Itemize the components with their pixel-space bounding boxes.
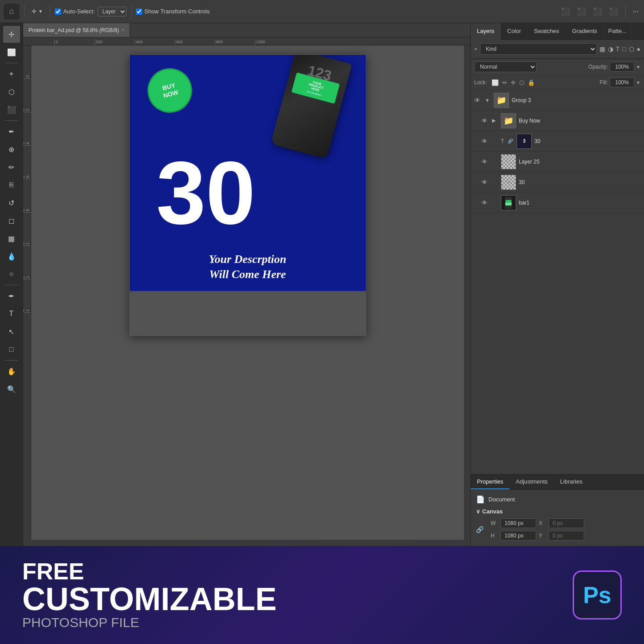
align-center-icon[interactable]: ⬛	[575, 5, 588, 17]
toolbar-icons-right: ⬛ ⬛ ⬛ ⬛ ···	[559, 5, 640, 18]
tab-libraries[interactable]: Libraries	[554, 475, 589, 489]
lock-artboard-icon[interactable]: ⬡	[519, 79, 524, 86]
canvas-scroll-area[interactable]: BUYNOW 123 YOURPRODUCTHERE AG Templates	[31, 45, 464, 540]
eraser-tool[interactable]: ◻	[3, 212, 20, 229]
more-options-icon[interactable]: ···	[631, 6, 640, 17]
dodge-tool[interactable]: ○	[3, 266, 20, 283]
tab-swatches[interactable]: Swatches	[528, 23, 566, 39]
fill-chevron[interactable]: ▼	[636, 80, 640, 85]
tool-separator-2	[5, 120, 18, 121]
x-row: X	[539, 518, 584, 528]
show-transform-checkbox[interactable]	[136, 8, 142, 15]
pen-tool[interactable]: ✒	[3, 287, 20, 304]
kind-dropdown[interactable]: Kind	[480, 43, 597, 55]
move-tool[interactable]: ✛	[3, 26, 20, 43]
home-button[interactable]: ⌂	[4, 4, 20, 20]
height-input[interactable]	[500, 531, 536, 541]
fill-input[interactable]	[610, 78, 634, 87]
shape-filter-icon[interactable]: □	[622, 45, 626, 53]
hand-tool[interactable]: ✋	[3, 363, 20, 380]
layer-vis-30pixel[interactable]: 👁	[481, 179, 489, 186]
tab-close-btn[interactable]: ×	[122, 28, 124, 33]
layers-list[interactable]: 👁 ▼ 📁 Group 3 👁 ▶ 📁 Buy Now 👁 ▶	[471, 90, 644, 474]
move-tool-btn[interactable]: ✛ ▼	[29, 6, 45, 16]
width-label: W	[491, 520, 498, 526]
toggle-filter-icon[interactable]: ●	[637, 45, 640, 53]
layer-expand-group3[interactable]: ▼	[485, 98, 491, 103]
layer-name-group3: Group 3	[512, 97, 640, 103]
lock-pixel-icon[interactable]: ⬜	[492, 79, 499, 86]
layer-vis-group3[interactable]: 👁	[474, 97, 482, 104]
adjustment-filter-icon[interactable]: ◑	[608, 45, 613, 53]
layer-item-group3[interactable]: 👁 ▼ 📁 Group 3	[471, 90, 644, 111]
auto-select-checkbox-label[interactable]: Auto-Select:	[55, 8, 95, 15]
opacity-input[interactable]	[610, 62, 634, 72]
tab-layers[interactable]: Layers	[471, 23, 501, 40]
object-select-tool[interactable]: ⬡	[3, 83, 20, 100]
zoom-tool[interactable]: 🔍	[3, 381, 20, 398]
layer-thumb-buynow: 📁	[501, 113, 516, 128]
lock-paint-icon[interactable]: ✏	[502, 79, 507, 86]
blur-tool[interactable]: 💧	[3, 248, 20, 265]
ruler-h-mark-1000: 1000	[255, 40, 295, 45]
type-filter-icon[interactable]: T	[616, 45, 620, 53]
layer-item-30pixel[interactable]: 👁 ▶ 30 30	[471, 172, 644, 193]
history-brush-tool[interactable]: ↺	[3, 194, 20, 211]
shape-tool[interactable]: □	[3, 341, 20, 358]
width-input[interactable]	[500, 518, 536, 528]
tab-gradients[interactable]: Gradients	[566, 23, 603, 39]
svg-text:BAR: BAR	[505, 202, 512, 205]
link-constraint-icon[interactable]: 🔗	[476, 526, 484, 533]
x-input[interactable]	[549, 518, 584, 528]
layer-vis-30text[interactable]: 👁	[481, 138, 489, 145]
canvas-document[interactable]: BUYNOW 123 YOURPRODUCTHERE AG Templates	[129, 54, 366, 336]
horizontal-scrollbar[interactable]	[23, 540, 470, 546]
y-input[interactable]	[549, 531, 584, 541]
auto-select-checkbox[interactable]	[55, 8, 61, 15]
tab-properties[interactable]: Properties	[471, 475, 509, 489]
crop-tool[interactable]: ⬛	[3, 101, 20, 118]
path-select-tool[interactable]: ↖	[3, 323, 20, 340]
pixel-filter-icon[interactable]: ▦	[599, 45, 605, 53]
lock-move-icon[interactable]: ✛	[511, 79, 516, 86]
show-transform-checkbox-label[interactable]: Show Transform Controls	[136, 8, 210, 15]
eyedropper-tool[interactable]: ✒	[3, 123, 20, 140]
canvas-below	[130, 291, 366, 336]
toolbar-separator-1	[24, 5, 25, 18]
stamp-tool[interactable]: ⎘	[3, 176, 20, 193]
tab-patterns[interactable]: Patte...	[604, 23, 632, 39]
document-tab[interactable]: Protein bar_Ad.psd @ 58.8% (RGB/8) ×	[23, 23, 130, 37]
layer-vis-bar1[interactable]: 👁	[481, 199, 489, 206]
layer-name-30pixel: 30	[519, 179, 640, 185]
layer-item-layer25[interactable]: 👁 ▶ Layer 25	[471, 152, 644, 172]
layer-select-dropdown[interactable]: Layer	[98, 7, 127, 16]
canvas-image[interactable]: BUYNOW 123 YOURPRODUCTHERE AG Templates	[130, 55, 366, 291]
blend-mode-dropdown[interactable]: Normal	[474, 62, 537, 72]
layer-vis-layer25[interactable]: 👁	[481, 158, 489, 165]
ruler-h-content: 0 200 400 600 800 1000	[54, 40, 295, 45]
layer-item-bar1[interactable]: 👁 ▶ BAR bar1	[471, 193, 644, 213]
opacity-chevron[interactable]: ▼	[636, 65, 640, 70]
banner-subtitle-label: PHOTOSHOP FILE	[22, 615, 564, 630]
layer-vis-buynow[interactable]: 👁	[481, 117, 489, 124]
align-left-icon[interactable]: ⬛	[559, 5, 572, 17]
right-panel: Layers Color Swatches Gradients Patte...…	[470, 23, 644, 546]
lock-all-icon[interactable]: 🔒	[528, 79, 535, 86]
layer-expand-buynow[interactable]: ▶	[492, 118, 498, 123]
lasso-tool[interactable]: ⌖	[3, 66, 20, 82]
distribute-icon[interactable]: ⬛	[607, 5, 620, 17]
type-tool[interactable]: T	[3, 305, 20, 322]
vertical-scrollbar[interactable]	[464, 45, 470, 540]
layers-filter-toolbar: ⌖ Kind ▦ ◑ T □ ⬡ ●	[471, 40, 644, 59]
gradient-tool[interactable]: ▦	[3, 230, 20, 247]
tab-color[interactable]: Color	[501, 23, 528, 39]
tab-adjustments[interactable]: Adjustments	[509, 475, 554, 489]
marquee-tool[interactable]: ⬜	[3, 44, 20, 61]
smartobj-filter-icon[interactable]: ⬡	[629, 45, 634, 53]
height-row: H	[491, 531, 536, 541]
brush-tool[interactable]: ✏	[3, 159, 20, 176]
heal-tool[interactable]: ⊕	[3, 141, 20, 158]
layer-item-30text[interactable]: 👁 ▶ T 🔗 3 30	[471, 131, 644, 152]
layer-item-buynow[interactable]: 👁 ▶ 📁 Buy Now	[471, 111, 644, 131]
align-right-icon[interactable]: ⬛	[591, 5, 604, 17]
